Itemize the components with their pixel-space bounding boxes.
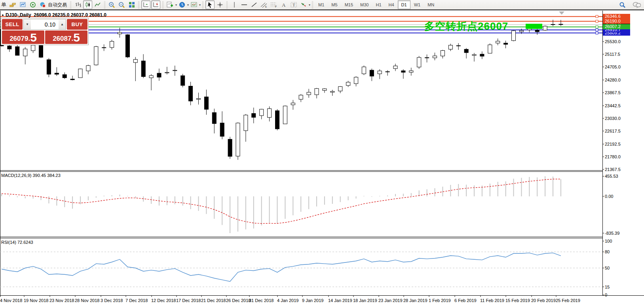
date-axis-label: 28 Jan 2019: [403, 298, 427, 303]
fibonacci-tool[interactable]: F: [269, 0, 278, 9]
line-handle-marker[interactable]: [596, 32, 598, 34]
line-handle-marker[interactable]: [596, 26, 598, 28]
channel-tool[interactable]: E: [259, 0, 268, 9]
timeframe-m15[interactable]: M15: [341, 0, 357, 9]
line-chart-button[interactable]: [93, 0, 102, 9]
candle-body: [204, 97, 208, 110]
date-axis-label: 17 Dec 2018: [176, 298, 201, 303]
candle-body: [519, 30, 523, 32]
candle-body: [535, 30, 539, 32]
timeframe-mn[interactable]: MN: [424, 0, 438, 9]
candle-body: [323, 89, 327, 90]
highlight-rectangle[interactable]: [526, 24, 542, 29]
price-axis-label: 80: [605, 249, 610, 254]
price-axis-label: 100: [605, 239, 612, 243]
timeframe-w1[interactable]: W1: [410, 0, 424, 9]
chat-icon[interactable]: [632, 0, 641, 9]
periods-dropdown-arrow[interactable]: ▾: [187, 3, 189, 7]
candle-body: [8, 46, 11, 49]
timeframe-d1[interactable]: D1: [398, 0, 410, 9]
arrows-dropdown-arrow[interactable]: ▾: [309, 3, 310, 7]
candle-body: [149, 76, 153, 78]
new-order-button[interactable]: 单: [1, 1, 6, 8]
arrows-tool[interactable]: [299, 0, 308, 9]
lot-increase-button[interactable]: ▲: [59, 19, 66, 29]
indicators-button[interactable]: [165, 0, 175, 9]
crosshair-button[interactable]: [215, 0, 224, 9]
timeframe-m30[interactable]: M30: [357, 0, 372, 9]
templates-dropdown-arrow[interactable]: ▾: [199, 3, 201, 7]
svg-text:T: T: [293, 2, 295, 7]
candle-body: [220, 123, 224, 137]
candle-body: [425, 57, 429, 58]
price-axis-label: 25530.0: [605, 39, 621, 44]
candle-body: [110, 41, 114, 48]
line-handle-marker[interactable]: [596, 15, 598, 18]
indicators-dropdown-arrow[interactable]: ▾: [175, 3, 177, 7]
lot-size-input[interactable]: [31, 19, 59, 29]
auto-scroll-button[interactable]: [141, 0, 150, 9]
price-axis-label: -835.39: [605, 231, 619, 236]
candle-body: [55, 73, 59, 74]
price-axis-label: 24280.0: [605, 78, 621, 82]
candle-body: [47, 60, 51, 74]
buy-button[interactable]: BUY: [67, 19, 87, 30]
market-watch-icon[interactable]: [18, 0, 27, 9]
line-handle-marker[interactable]: [596, 20, 598, 23]
chart-shift-marker[interactable]: [559, 11, 564, 15]
autotrade-icon[interactable]: [38, 0, 47, 9]
candle-body: [472, 55, 476, 55]
candle-body: [291, 103, 295, 105]
candle-body: [173, 70, 177, 70]
timeframe-m1[interactable]: M1: [315, 0, 328, 9]
cursor-button[interactable]: [205, 0, 215, 9]
price-axis-label: 23442.5: [605, 103, 621, 108]
text-tool[interactable]: A: [279, 0, 288, 9]
buy-price-display[interactable]: 26087.5: [45, 30, 87, 44]
text-label-tool[interactable]: T: [289, 0, 298, 9]
candle-body: [354, 77, 358, 84]
candle-body: [86, 66, 90, 71]
toolbar-separator: [70, 1, 71, 9]
zoom-out-button[interactable]: [117, 0, 126, 9]
trendline-tool[interactable]: [249, 0, 258, 9]
candle-body: [260, 109, 264, 116]
candle-body: [268, 108, 272, 117]
candlestick-chart-button[interactable]: [83, 0, 92, 9]
templates-button[interactable]: [189, 0, 198, 9]
sell-button[interactable]: SELL: [2, 19, 23, 30]
line-handle-marker[interactable]: [596, 29, 598, 31]
autotrade-label[interactable]: 自动交易: [48, 2, 67, 8]
sell-price-display[interactable]: 26079.5: [2, 30, 44, 44]
candle-body: [338, 87, 342, 91]
rsi-indicator-label: RSI(14) 72.6243: [1, 240, 33, 245]
date-axis-label: 9 Jan 2019: [302, 298, 323, 303]
vertical-line-tool[interactable]: [230, 0, 239, 9]
timeframe-h4[interactable]: H4: [385, 0, 398, 9]
bar-chart-button[interactable]: [73, 0, 82, 9]
horizontal-line-tool[interactable]: [239, 0, 249, 9]
timeframe-h1[interactable]: H1: [372, 0, 385, 9]
chart-shift-button[interactable]: [151, 0, 160, 9]
timeframe-m5[interactable]: M5: [328, 0, 341, 9]
date-axis-label: 1 Feb 2019: [429, 298, 451, 303]
macd-indicator-label: MACD(12,26,9) 390.45 384.23: [1, 173, 61, 178]
gold-icon[interactable]: [8, 0, 17, 9]
candle-body: [189, 86, 193, 101]
date-axis-label: 31 Dec 2018: [249, 298, 274, 303]
tile-windows-button[interactable]: [127, 0, 136, 9]
price-axis-label: 455.53: [605, 174, 618, 179]
chart-annotation-text[interactable]: 多空转折点26007: [424, 19, 508, 33]
candle-body: [165, 72, 169, 73]
toolbar-separator: [226, 1, 228, 9]
candle-body: [283, 106, 287, 124]
zoom-in-button[interactable]: [107, 0, 116, 9]
search-icon[interactable]: [618, 0, 627, 9]
price-axis-label: 0: [605, 293, 607, 297]
candle-body: [401, 71, 405, 72]
lot-decrease-button[interactable]: ▼: [24, 19, 31, 29]
signal-icon[interactable]: [28, 0, 37, 9]
toolbar-separator: [138, 1, 139, 9]
periods-button[interactable]: [177, 0, 186, 9]
chart-canvas[interactable]: [0, 11, 644, 306]
